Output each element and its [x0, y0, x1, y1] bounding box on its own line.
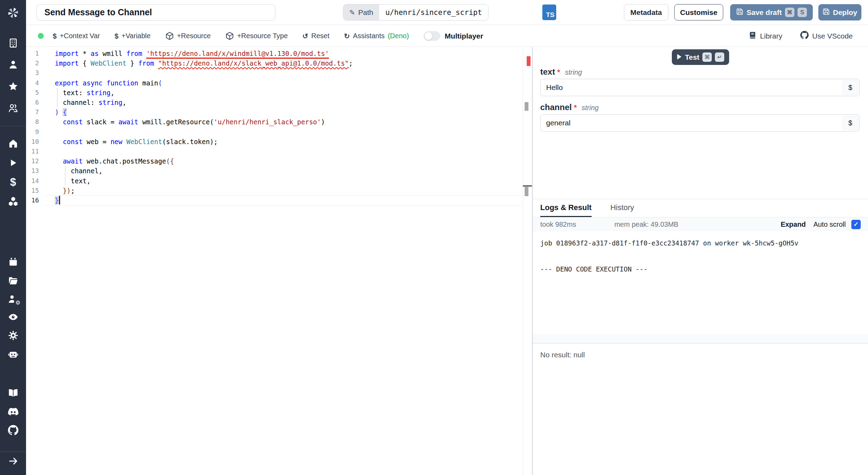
- text-cursor: [59, 196, 60, 205]
- code-line[interactable]: 6 channel: string,: [26, 98, 523, 107]
- user-cog-icon: ⚙: [8, 294, 18, 304]
- sidebar-item-play[interactable]: [0, 157, 26, 169]
- customise-button[interactable]: Customise: [674, 4, 723, 20]
- refresh-cw-icon: ↻: [344, 33, 350, 40]
- sidebar-item-users[interactable]: [0, 102, 26, 114]
- code-line[interactable]: 1import * as wmill from 'https://deno.la…: [26, 49, 523, 58]
- multiplayer-label: Multiplayer: [445, 32, 483, 40]
- line-number: 16: [26, 195, 39, 205]
- editor-toolbar: $+Context Var$+Variable+Resource+Resourc…: [26, 25, 868, 47]
- multiplayer-toggle[interactable]: [424, 31, 440, 41]
- code-line[interactable]: 5 text: string,: [26, 88, 523, 98]
- toolbar-item-label: +Resource: [177, 32, 211, 40]
- channel-input[interactable]: [541, 119, 841, 127]
- field-name: channel: [540, 102, 572, 112]
- code-line[interactable]: 3: [26, 68, 523, 78]
- toolbar-variable[interactable]: $+Variable: [115, 32, 151, 40]
- dollar-icon: $: [53, 33, 57, 40]
- windmill-logo-icon[interactable]: [0, 4, 26, 22]
- library-button[interactable]: Library: [749, 31, 782, 41]
- play-icon: [8, 158, 18, 168]
- sidebar-item-dollar[interactable]: $: [0, 176, 26, 188]
- code-line[interactable]: 11: [26, 147, 523, 156]
- windmill-script-editor: $⚙ ✎ Path u/henri/sincere_script TS Meta…: [0, 0, 868, 475]
- line-number: 15: [26, 186, 39, 195]
- pencil-icon: ✎: [349, 8, 355, 17]
- sidebar-item-building[interactable]: [0, 37, 26, 49]
- text-input[interactable]: [541, 83, 841, 92]
- variable-picker-button[interactable]: $: [842, 116, 858, 130]
- sidebar-item-home[interactable]: [0, 138, 26, 149]
- sidebar-item-book[interactable]: [0, 387, 26, 399]
- variable-picker-button[interactable]: $: [842, 80, 858, 95]
- sidebar-item-eye[interactable]: [0, 311, 26, 323]
- arg-field-channel: channel*string$: [540, 102, 860, 132]
- sidebar-item-user-cog[interactable]: ⚙: [0, 293, 26, 305]
- home-icon: [8, 138, 18, 149]
- cmd-key-icon: ⌘: [785, 8, 794, 17]
- logs-result-divider[interactable]: [533, 334, 868, 343]
- autoscroll-checkbox[interactable]: ✓: [851, 220, 861, 229]
- deploy-button[interactable]: Deploy: [818, 4, 861, 20]
- cmd-key-icon: ⌘: [702, 52, 712, 62]
- toolbar-resource-type[interactable]: +Resource Type: [225, 32, 288, 40]
- code-line[interactable]: 14 text,: [26, 176, 523, 186]
- editor-overview-ruler[interactable]: [523, 47, 532, 475]
- code-line[interactable]: 13 channel,: [26, 166, 523, 176]
- toolbar-item-label: +Resource Type: [237, 32, 288, 40]
- sidebar-item-arrow-right[interactable]: [0, 455, 26, 467]
- code-line[interactable]: 4export async function main(: [26, 78, 523, 88]
- code-line[interactable]: 2import { WebClient } from "https://deno…: [26, 58, 523, 68]
- topbar: ✎ Path u/henri/sincere_script TS Metadat…: [26, 0, 868, 25]
- sidebar-item-settings[interactable]: [0, 330, 26, 341]
- code-line[interactable]: 10 const web = new WebClient(slack.token…: [26, 137, 523, 147]
- sidebar: $⚙: [0, 0, 26, 475]
- code-line[interactable]: 8 const slack = await wmill.getResource(…: [26, 117, 523, 127]
- tab-logs-result[interactable]: Logs & Result: [540, 199, 592, 217]
- sidebar-item-discord[interactable]: [0, 406, 26, 418]
- bracket-marker: [525, 187, 528, 196]
- code-line[interactable]: 9: [26, 127, 523, 137]
- save-draft-button[interactable]: Save draft ⌘ S: [730, 4, 813, 20]
- save-icon: [823, 8, 830, 17]
- sidebar-item-star[interactable]: [0, 81, 26, 92]
- sidebar-item-folder[interactable]: [0, 275, 26, 286]
- field-type: string: [565, 68, 582, 76]
- code-line[interactable]: 16}: [26, 195, 523, 205]
- save-icon: [736, 8, 743, 17]
- expand-button[interactable]: Expand: [781, 220, 806, 228]
- autoscroll-label: Auto scroll: [813, 220, 846, 228]
- sidebar-item-user[interactable]: [0, 59, 26, 70]
- github-icon: [800, 31, 809, 41]
- script-summary-input[interactable]: [44, 7, 268, 18]
- rotate-ccw-icon: ↺: [302, 33, 308, 40]
- toolbar-reset[interactable]: ↺Reset: [302, 32, 329, 40]
- sidebar-item-github[interactable]: [0, 424, 26, 436]
- duration-stat: took 982ms: [540, 220, 576, 228]
- code-line[interactable]: 12 await web.chat.postMessage({: [26, 156, 523, 166]
- code-line[interactable]: 7) {: [26, 107, 523, 117]
- sidebar-item-calendar[interactable]: [0, 256, 26, 268]
- deno-accent-label: (Deno): [388, 32, 409, 40]
- enter-key-icon: ↵: [715, 52, 724, 62]
- metadata-button[interactable]: Metadata: [624, 4, 668, 20]
- toolbar-context-var[interactable]: $+Context Var: [53, 32, 100, 40]
- customise-label: Customise: [680, 8, 717, 17]
- sidebar-item-bot[interactable]: [0, 348, 26, 360]
- code-editor[interactable]: 1import * as wmill from 'https://deno.la…: [26, 47, 523, 475]
- line-number: 12: [26, 156, 39, 166]
- toggle-knob: [425, 32, 432, 40]
- sidebar-item-boxes[interactable]: [0, 195, 26, 207]
- use-vscode-button[interactable]: Use VScode: [800, 31, 853, 41]
- toolbar-assistants[interactable]: ↻Assistants (Deno): [344, 32, 409, 40]
- toolbar-resource[interactable]: +Resource: [165, 32, 211, 40]
- edit-path-button[interactable]: ✎ Path: [343, 5, 379, 20]
- tab-history[interactable]: History: [610, 199, 634, 217]
- script-summary-field: [36, 4, 275, 20]
- field-name: text: [540, 67, 555, 77]
- script-path-value[interactable]: u/henri/sincere_script: [379, 5, 488, 20]
- code-line[interactable]: 15 });: [26, 186, 523, 195]
- test-button[interactable]: Test ⌘ ↵: [672, 49, 729, 65]
- connection-status-dot: [38, 33, 44, 39]
- save-draft-label: Save draft: [746, 8, 782, 17]
